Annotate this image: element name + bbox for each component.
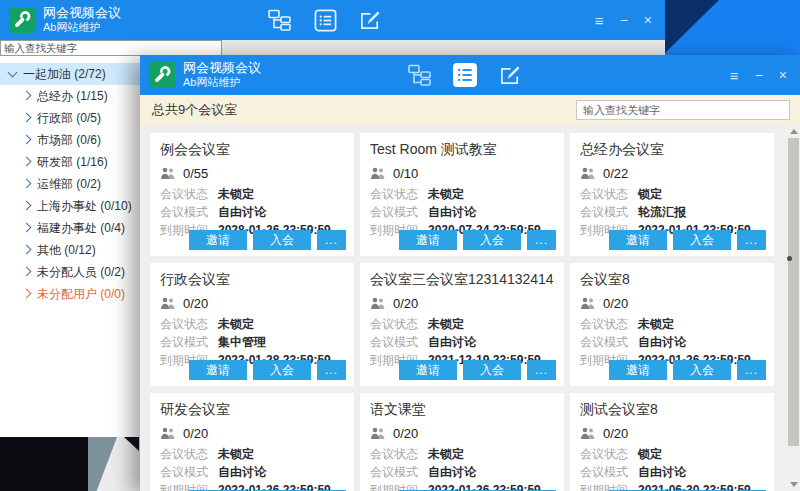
chevron-right-icon [22,289,32,299]
mode-value: 轮流汇报 [638,205,686,219]
room-title: 研发会议室 [160,401,344,419]
participants-icon [370,167,386,180]
invite-button[interactable]: 邀请 [189,360,247,380]
mode-label: 会议模式 [580,465,638,479]
meeting-list-icon[interactable] [313,8,337,32]
app-title: 网会视频会议 [43,5,121,21]
invite-button[interactable]: 邀请 [609,230,667,250]
scrollbar-thumb[interactable] [788,138,799,446]
tree-item-zongjingban[interactable]: 总经办 (1/15) [0,85,140,107]
chevron-right-icon [22,267,32,277]
status-value: 未锁定 [428,447,464,461]
status-label: 会议状态 [160,317,218,331]
close-icon[interactable]: × [779,68,787,82]
chevron-right-icon [22,179,32,189]
scroll-down-arrow-icon[interactable] [790,482,798,487]
tree-item-shanghai[interactable]: 上海办事处 (0/10) [0,195,140,217]
tree-item-root[interactable]: 一起加油 (2/72) [0,63,140,85]
back-titlebar: 网会视频会议 Ab网站维护 [0,0,665,40]
participants-icon [580,167,596,180]
room-title: Test Room 测试教室 [370,141,554,159]
room-search-input[interactable] [576,100,790,120]
room-card: 行政会议室 0/20 会议状态未锁定 会议模式集中管理 到期时间2023-01-… [150,263,354,386]
more-button[interactable]: ... [737,360,766,380]
invite-button[interactable]: 邀请 [399,360,457,380]
join-button[interactable]: 入会 [253,360,311,380]
mode-label: 会议模式 [580,205,638,219]
tree-item-unassigned-users[interactable]: 未分配用户 (0/0) [0,283,140,305]
tree-item-label: 其他 (0/12) [37,242,96,259]
tree-item-yanfabu[interactable]: 研发部 (1/16) [0,151,140,173]
room-card: 研发会议室 0/20 会议状态未锁定 会议模式自由讨论 到期时间2022-01-… [150,393,354,491]
more-button[interactable]: ... [527,360,556,380]
status-label: 会议状态 [370,187,428,201]
menu-icon[interactable]: ≡ [595,13,604,28]
join-button[interactable]: 入会 [253,230,311,250]
close-icon[interactable]: × [644,13,652,27]
mode-value: 自由讨论 [218,465,266,479]
edit-icon[interactable] [498,63,522,87]
status-label: 会议状态 [580,317,638,331]
invite-button[interactable]: 邀请 [189,230,247,250]
tree-item-shichangbu[interactable]: 市场部 (0/6) [0,129,140,151]
room-capacity: 0/20 [393,296,418,311]
front-window-title-block: 网会视频会议 Ab网站维护 [183,60,261,90]
tree-item-label: 未分配用户 (0/0) [37,286,125,303]
participants-icon [370,427,386,440]
wrench-icon [151,64,173,86]
status-value: 未锁定 [218,447,254,461]
join-button[interactable]: 入会 [673,230,731,250]
status-label: 会议状态 [370,317,428,331]
wallpaper-slate-triangle [88,437,117,491]
participants-icon [580,297,596,310]
tree-item-qita[interactable]: 其他 (0/12) [0,239,140,261]
wallpaper-dark-triangle [124,437,139,451]
sidebar-search-input[interactable] [0,40,222,56]
join-button[interactable]: 入会 [673,360,731,380]
app-title: 网会视频会议 [183,60,261,76]
room-card: 会议室8 0/20 会议状态未锁定 会议模式自由讨论 到期时间2022-01-2… [570,263,774,386]
org-chart-icon[interactable] [268,8,292,32]
chevron-right-icon [22,157,32,167]
invite-button[interactable]: 邀请 [609,360,667,380]
tree-item-xingzhengbu[interactable]: 行政部 (0/5) [0,107,140,129]
meeting-list-icon-active[interactable] [453,63,477,87]
vertical-scrollbar[interactable] [787,125,800,491]
minimize-icon[interactable]: − [755,68,763,82]
more-button[interactable]: ... [317,360,346,380]
wallpaper-black-block [0,437,88,491]
org-chart-icon[interactable] [408,63,432,87]
status-label: 会议状态 [160,187,218,201]
join-button[interactable]: 入会 [463,230,521,250]
meeting-rooms-window: 网会视频会议 Ab网站维护 [140,55,800,491]
room-capacity: 0/55 [183,166,208,181]
room-count-text: 总共9个会议室 [152,101,237,119]
more-button[interactable]: ... [317,230,346,250]
app-subtitle: Ab网站维护 [43,21,121,35]
more-button[interactable]: ... [737,230,766,250]
menu-icon[interactable]: ≡ [730,68,739,83]
desktop: 网会视频会议 Ab网站维护 [0,0,800,491]
back-toolbar-row [0,40,665,56]
tree-item-fujian[interactable]: 福建办事处 (0/4) [0,217,140,239]
tree-item-yunweibu[interactable]: 运维部 (0/2) [0,173,140,195]
room-title: 例会会议室 [160,141,344,159]
invite-button[interactable]: 邀请 [399,230,457,250]
tree-item-unassigned-staff[interactable]: 未分配人员 (0/2) [0,261,140,283]
edit-icon[interactable] [358,8,382,32]
scrollbar-dot [787,256,792,261]
mode-label: 会议模式 [160,465,218,479]
tree-item-label: 市场部 (0/6) [37,132,101,149]
org-tree: 一起加油 (2/72) 总经办 (1/15) 行政部 (0/5) 市场部 (0/… [0,56,140,305]
mode-value: 自由讨论 [428,335,476,349]
scroll-up-arrow-icon[interactable] [790,129,798,134]
mode-label: 会议模式 [580,335,638,349]
minimize-icon[interactable]: − [620,13,628,27]
back-window-title-block: 网会视频会议 Ab网站维护 [43,5,121,35]
room-capacity: 0/20 [393,426,418,441]
tree-item-label: 研发部 (1/16) [37,154,108,171]
back-header-toolbar [268,0,382,40]
chevron-right-icon [22,201,32,211]
more-button[interactable]: ... [527,230,556,250]
join-button[interactable]: 入会 [463,360,521,380]
